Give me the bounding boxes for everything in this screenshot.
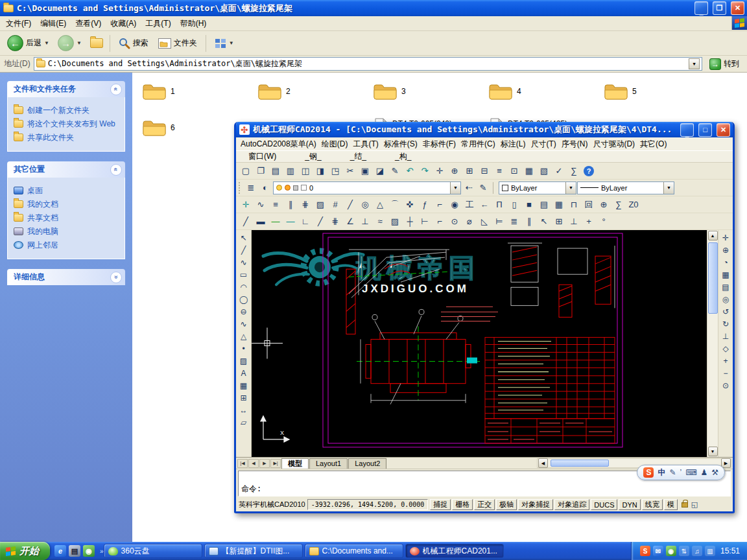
explorer-titlebar[interactable]: C:\Documents and Settings\Administrator\… <box>0 0 747 16</box>
tray-sogou-icon[interactable]: S <box>640 546 650 556</box>
place-desktop[interactable]: 桌面 <box>14 186 119 196</box>
point-tool-icon[interactable]: • <box>237 342 250 355</box>
search-button[interactable]: 搜索 <box>115 36 152 51</box>
address-dropdown-button[interactable]: ▼ <box>689 58 700 69</box>
zoom-realtime-icon[interactable]: ⊕ <box>447 165 462 178</box>
layer-combo[interactable]: 0 ▼ <box>273 181 461 194</box>
tab-first-button[interactable]: |◀ <box>237 459 248 468</box>
scroll-up-button[interactable]: ▲ <box>708 231 718 240</box>
block-tool-icon[interactable]: ⊞ <box>237 391 250 404</box>
regen-icon[interactable]: ↻ <box>719 318 732 330</box>
cad-menu-item[interactable]: 标注(L) <box>498 137 528 151</box>
ordinate-icon[interactable]: + <box>582 215 596 228</box>
cad-close-button[interactable]: ✕ <box>717 123 730 137</box>
arc-icon[interactable]: ⌒ <box>388 198 402 211</box>
redo-icon[interactable]: ↷ <box>418 165 432 178</box>
model-space-toggle[interactable]: 模 <box>664 499 678 510</box>
column-icon[interactable]: 工 <box>462 198 477 211</box>
tolerance-icon[interactable]: ⊞ <box>552 215 566 228</box>
ucs-tool-icon[interactable]: ⊥ <box>719 330 732 342</box>
back-button[interactable]: ← 后退 ▼ <box>4 34 53 52</box>
continue-dim-icon[interactable]: ∥ <box>522 215 536 228</box>
cut-icon[interactable]: ✂ <box>343 165 357 178</box>
cad-menu-item[interactable]: 工具(T) <box>350 137 381 151</box>
layer-states-icon[interactable]: ◐ <box>258 181 272 194</box>
wave-icon[interactable]: ≈ <box>373 215 387 228</box>
cad-menu-item[interactable]: _钢_ <box>300 150 326 163</box>
cad-menu-item[interactable]: 序号(N) <box>559 137 591 151</box>
angular-dim-icon[interactable]: ◺ <box>477 215 492 228</box>
zoom-out-icon[interactable]: − <box>719 367 732 379</box>
polygon-icon[interactable]: △ <box>373 198 387 211</box>
tray-360-icon[interactable]: ◉ <box>666 546 676 556</box>
zoom-tool-icon[interactable]: ⊕ <box>719 244 732 256</box>
leader-icon[interactable]: ↖ <box>537 215 551 228</box>
tool-palettes-icon[interactable]: ▦ <box>522 165 536 178</box>
views-dropdown-icon[interactable]: ▼ <box>229 40 234 46</box>
tray-updown-icon[interactable]: ⇅ <box>679 546 689 556</box>
drawing-canvas[interactable]: 机械帝国 JXDIGUO.COM <box>252 230 707 457</box>
model-tab[interactable]: 模型 <box>281 458 309 469</box>
task-share-folder[interactable]: 共享此文件夹 <box>14 133 119 143</box>
cad-menu-item[interactable]: AutoCAD2008菜单(A) <box>238 137 319 151</box>
solid-hatch-icon[interactable]: ▨ <box>313 198 327 211</box>
layer-properties-icon[interactable]: ≣ <box>244 181 258 194</box>
toolbox-icon[interactable]: ⚒ <box>711 468 718 477</box>
cad-maximize-button[interactable]: □ <box>698 123 712 137</box>
snap-toggle[interactable]: 捕捉 <box>430 499 451 510</box>
details-header[interactable]: 详细信息 « <box>7 269 125 285</box>
forward-dropdown-icon[interactable]: ▼ <box>77 40 82 46</box>
rectangle-tool-icon[interactable]: ▭ <box>237 268 250 281</box>
hatch-tool-icon[interactable]: ▨ <box>237 355 250 367</box>
tab-last-button[interactable]: ▶| <box>270 459 281 468</box>
menubar-item[interactable]: 收藏(A) <box>106 17 141 30</box>
scroll-thumb[interactable] <box>551 460 609 467</box>
osnap-toggle[interactable]: 对象捕捉 <box>518 499 553 510</box>
wall-icon[interactable]: ▯ <box>507 198 521 211</box>
restore-button[interactable]: ❐ <box>713 1 726 15</box>
color-combo-arrow[interactable]: ▼ <box>565 182 576 194</box>
function-icon[interactable]: ƒ <box>418 198 432 211</box>
centerline-icon[interactable]: ┼ <box>403 215 417 228</box>
diameter-dim-icon[interactable]: ⌀ <box>462 215 477 228</box>
bracket-icon[interactable]: ⊓ <box>567 198 581 211</box>
pan-hand-icon[interactable]: ✛ <box>719 231 732 244</box>
up-button[interactable]: ↑ <box>87 37 105 49</box>
task-create-new-folder[interactable]: 创建一个新文件夹 <box>14 106 119 115</box>
dimension-tool-icon[interactable]: ↔ <box>237 404 250 416</box>
other-places-header[interactable]: 其它位置 « <box>7 161 125 178</box>
quickcalc-icon[interactable]: ∑ <box>567 165 581 178</box>
datum-icon[interactable]: ⊥ <box>567 215 581 228</box>
teal-line-icon[interactable]: — <box>283 215 298 228</box>
cad-titlebar[interactable]: ✣ 机械工程师CAD2014 - [C:\Documents and Setti… <box>236 122 733 137</box>
folder-2[interactable]: 2 <box>258 82 374 118</box>
grid-hatch-icon[interactable]: ⋕ <box>298 198 313 211</box>
folders-button[interactable]: 文件夹 <box>154 36 201 51</box>
zoom-center-icon[interactable]: ⊕ <box>597 198 611 211</box>
aligned-dim-icon[interactable]: ⌐ <box>433 215 447 228</box>
polar-toggle[interactable]: 极轴 <box>496 499 517 510</box>
clean-screen-icon[interactable]: ◱ <box>691 500 698 509</box>
design-center-icon[interactable]: ⊡ <box>507 165 521 178</box>
plot-icon[interactable]: ▥ <box>283 165 298 178</box>
ducs-toggle[interactable]: DUCS <box>591 499 617 510</box>
corner-icon[interactable]: ∟ <box>298 215 313 228</box>
minimize-button[interactable]: _ <box>694 1 708 15</box>
tab-prev-button[interactable]: ◀ <box>248 459 259 468</box>
quick-dim-icon[interactable]: ⊨ <box>492 215 506 228</box>
linear-dim-icon[interactable]: ⊢ <box>418 215 432 228</box>
chinese-mode-icon[interactable]: 中 <box>658 467 665 478</box>
help-icon[interactable]: ? <box>584 166 594 176</box>
tray-volume-icon[interactable]: ♫ <box>692 546 702 556</box>
pen-icon[interactable]: ✎ <box>669 468 676 477</box>
move-icon[interactable]: ✜ <box>403 198 417 211</box>
circle-tool-icon[interactable]: ◯ <box>237 293 250 305</box>
pan-icon[interactable]: ✛ <box>433 165 447 178</box>
sogou-logo-icon[interactable]: S <box>643 467 654 478</box>
paste-icon[interactable]: ◪ <box>373 165 387 178</box>
line-tool-icon[interactable]: ╱ <box>237 244 250 256</box>
tray-message-icon[interactable]: ✉ <box>653 546 663 556</box>
back-dropdown-icon[interactable]: ▼ <box>44 40 49 46</box>
markup-icon[interactable]: ✓ <box>552 165 566 178</box>
toolbar-lock-icon[interactable] <box>682 502 688 508</box>
